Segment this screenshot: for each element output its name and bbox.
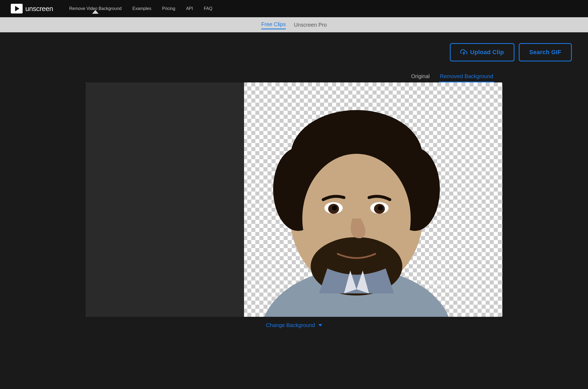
- person-svg: [211, 82, 502, 317]
- upload-icon: [460, 49, 467, 56]
- sub-nav: Free Clips Unscreen Pro: [0, 17, 588, 32]
- main-content: Upload Clip Search GIF Original Removed …: [0, 32, 588, 389]
- tab-removed-background[interactable]: Removed Background: [439, 71, 494, 82]
- nav-remove-video-bg[interactable]: Remove Video Background: [69, 6, 122, 11]
- change-bg-row: Change Background: [86, 322, 502, 328]
- search-gif-button[interactable]: Search GIF: [519, 43, 572, 61]
- video-section: Original Removed Background: [16, 71, 572, 328]
- sub-nav-unscreen-pro[interactable]: Unscreen Pro: [294, 21, 327, 29]
- nav-links: Remove Video Background Examples Pricing…: [69, 6, 577, 11]
- change-background-button[interactable]: Change Background: [266, 322, 322, 328]
- chevron-down-icon: [318, 324, 322, 327]
- navbar: unscreen Remove Video Background Example…: [0, 0, 588, 17]
- nav-faq[interactable]: FAQ: [204, 6, 212, 11]
- logo-icon: [11, 4, 23, 13]
- tab-original[interactable]: Original: [410, 71, 431, 82]
- svg-point-16: [378, 206, 383, 211]
- logo-text: unscreen: [25, 5, 53, 13]
- video-frame: tters: [86, 82, 502, 317]
- nav-pricing[interactable]: Pricing: [162, 6, 175, 11]
- video-tabs: Original Removed Background: [88, 71, 505, 82]
- sub-nav-free-clips[interactable]: Free Clips: [261, 20, 286, 29]
- logo[interactable]: unscreen: [11, 4, 53, 13]
- svg-point-15: [332, 206, 337, 211]
- watermark: tters: [429, 277, 452, 289]
- buttons-row: Upload Clip Search GIF: [16, 43, 572, 61]
- play-icon: [15, 6, 19, 11]
- upload-clip-button[interactable]: Upload Clip: [450, 43, 514, 61]
- svg-point-10: [327, 237, 386, 258]
- nav-examples[interactable]: Examples: [132, 6, 151, 11]
- video-inner: tters: [86, 82, 502, 317]
- nav-api[interactable]: API: [186, 6, 193, 11]
- dropdown-indicator: [92, 10, 99, 14]
